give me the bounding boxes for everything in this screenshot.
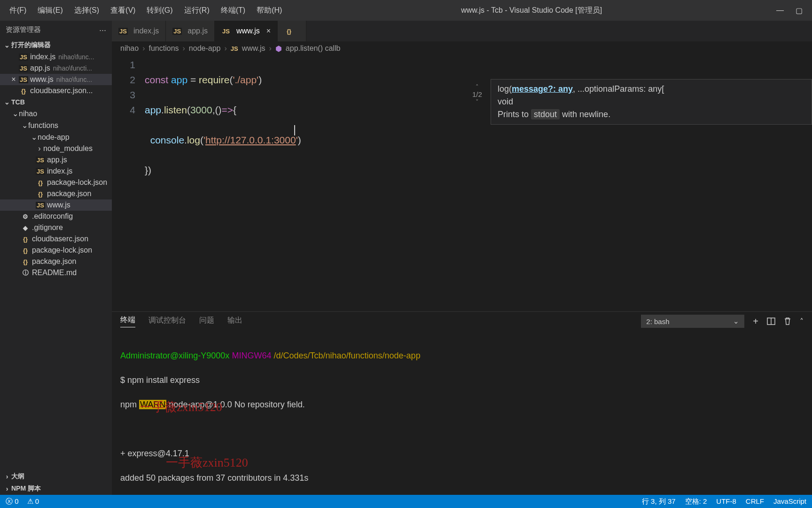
file-path-hint: nihao\functi... — [53, 64, 92, 72]
js-icon: JS — [231, 45, 238, 52]
terminal-selector[interactable]: 2: bash ⌄ — [641, 315, 744, 328]
trash-icon[interactable] — [784, 317, 791, 325]
section-outline[interactable]: › 大纲 — [0, 470, 112, 483]
file-name: app.js — [47, 156, 67, 164]
menu-selection[interactable]: 选择(S) — [69, 0, 105, 21]
tab-label: www.js — [236, 27, 260, 35]
editor-tab[interactable]: JS www.js × — [215, 21, 278, 41]
signature-description: Prints to stdout with newline. — [498, 110, 805, 119]
watermark: 一手薇zxin5120 — [166, 457, 248, 469]
status-line-col[interactable]: 行 3, 列 37 — [642, 497, 676, 506]
section-tcb[interactable]: ⌄ TCB — [0, 96, 112, 108]
chevron-down-icon[interactable]: ˅ — [476, 98, 479, 105]
open-editor-item[interactable]: × {} cloudbaserc.json... — [0, 85, 112, 96]
tree-file[interactable]: ⚙.editorconfig — [0, 211, 112, 222]
json-icon: {} — [284, 28, 294, 35]
file-type-icon: JS — [36, 157, 45, 164]
explorer-header: 资源管理器 ⋯ — [0, 21, 112, 39]
status-indent[interactable]: 空格: 2 — [685, 497, 707, 506]
panel-tabs: 终端 调试控制台 问题 输出 2: bash ⌄ + — [112, 312, 812, 331]
file-type-icon: {} — [21, 247, 30, 254]
status-language[interactable]: JavaScript — [773, 497, 806, 506]
tree-file[interactable]: ⓘREADME.md — [0, 267, 112, 278]
new-terminal-icon[interactable]: + — [753, 316, 758, 327]
tree-file[interactable]: {}package.json — [0, 188, 112, 199]
tab-terminal[interactable]: 终端 — [120, 315, 135, 327]
tree-folder[interactable]: ⌄functions — [0, 119, 112, 131]
tree-file[interactable]: {}package-lock.json — [0, 177, 112, 188]
split-terminal-icon[interactable] — [767, 317, 775, 325]
chevron-down-icon: ⌄ — [30, 133, 38, 142]
menu-run[interactable]: 运行(R) — [179, 0, 215, 21]
file-type-icon: ⚙ — [21, 213, 30, 220]
section-open-editors[interactable]: ⌄ 打开的编辑器 — [0, 39, 112, 51]
menu-view[interactable]: 查看(V) — [105, 0, 141, 21]
open-editor-item[interactable]: × JS app.js nihao\functi... — [0, 63, 112, 74]
file-type-icon: ⓘ — [21, 269, 30, 277]
breadcrumb-item[interactable]: nihao — [120, 44, 139, 53]
status-bar: ⓧ 0 ⚠ 0 行 3, 列 37 空格: 2 UTF-8 CRLF JavaS… — [0, 495, 812, 508]
chevron-up-icon[interactable]: ˄ — [476, 83, 479, 90]
folder-name: node-app — [38, 133, 70, 142]
menu-edit[interactable]: 编辑(E) — [32, 0, 68, 21]
breadcrumb-item[interactable]: node-app — [189, 44, 221, 53]
open-editor-item[interactable]: × JS www.js nihao\func... — [0, 74, 112, 85]
close-icon[interactable]: × — [266, 27, 271, 35]
breadcrumb-item[interactable]: functions — [148, 44, 179, 53]
editor-tab[interactable]: JS app.js — [166, 21, 215, 41]
more-icon[interactable]: ⋯ — [99, 26, 106, 34]
status-encoding[interactable]: UTF-8 — [716, 497, 736, 506]
tree-folder[interactable]: ⌄node-app — [0, 131, 112, 143]
tree-folder[interactable]: ›node_modules — [0, 143, 112, 154]
editor-tab[interactable]: JS index.js — [112, 21, 166, 41]
js-icon: JS — [19, 76, 28, 83]
tree-file[interactable]: {}cloudbaserc.json — [0, 233, 112, 245]
chevron-down-icon: ⌄ — [21, 121, 28, 130]
file-type-icon: {} — [36, 179, 45, 186]
bottom-panel: 终端 调试控制台 问题 输出 2: bash ⌄ + — [112, 311, 812, 495]
signature-counter: 1/2 — [472, 90, 482, 98]
section-npm-scripts[interactable]: › NPM 脚本 — [0, 483, 112, 495]
chevron-down-icon: ⌄ — [11, 109, 19, 118]
tree-folder[interactable]: ⌄nihao — [0, 108, 112, 119]
menu-help[interactable]: 帮助(H) — [251, 0, 288, 21]
status-warnings[interactable]: ⚠ 0 — [27, 497, 39, 506]
open-editor-item[interactable]: × JS index.js nihao\func... — [0, 51, 112, 63]
explorer-title: 资源管理器 — [6, 25, 41, 34]
menu-file[interactable]: 件(F) — [4, 0, 32, 21]
tab-output[interactable]: 输出 — [227, 316, 242, 327]
file-type-icon: ◆ — [21, 224, 30, 231]
tab-problems[interactable]: 问题 — [199, 316, 214, 327]
signature-help-tooltip: ˄ 1/2 ˅ log(message?: any, ...optionalPa… — [491, 79, 812, 125]
tree-file[interactable]: {}package-lock.json — [0, 245, 112, 256]
maximize-icon[interactable]: ▢ — [794, 6, 804, 15]
file-name: app.js — [30, 64, 50, 72]
file-type-icon: JS — [36, 168, 45, 175]
file-name: package-lock.json — [32, 246, 92, 254]
tab-debug-console[interactable]: 调试控制台 — [148, 316, 186, 327]
menubar: 件(F) 编辑(E) 选择(S) 查看(V) 转到(G) 运行(R) 终端(T)… — [0, 0, 812, 21]
file-path-hint: nihao\func... — [58, 53, 94, 61]
minimize-icon[interactable]: — — [775, 6, 785, 15]
file-name: package-lock.json — [47, 178, 107, 187]
menu-terminal[interactable]: 终端(T) — [215, 0, 251, 21]
menu-go[interactable]: 转到(G) — [141, 0, 178, 21]
status-errors[interactable]: ⓧ 0 — [6, 497, 19, 506]
breadcrumb-item[interactable]: app.listen() callb — [286, 44, 341, 53]
tree-file[interactable]: JSwww.js — [0, 199, 112, 211]
tree-file[interactable]: JSapp.js — [0, 154, 112, 166]
chevron-up-icon[interactable]: ˄ — [800, 317, 804, 326]
breadcrumb[interactable]: nihao› functions› node-app› JS www.js› ⬢… — [112, 41, 812, 56]
tree-file[interactable]: ◆.gitignore — [0, 222, 112, 233]
file-name: cloudbaserc.json — [32, 235, 88, 243]
file-name: README.md — [32, 269, 77, 277]
editor-tab[interactable]: {} — [278, 21, 306, 41]
tree-file[interactable]: {}package.json — [0, 256, 112, 267]
chevron-down-icon: ⌄ — [3, 98, 11, 106]
breadcrumb-item[interactable]: www.js — [242, 44, 265, 53]
terminal-body[interactable]: Administrator@xiling-Y9000x MINGW64 /d/C… — [112, 331, 812, 495]
status-eol[interactable]: CRLF — [746, 497, 764, 506]
tree-file[interactable]: JSindex.js — [0, 166, 112, 177]
close-icon[interactable]: × — [8, 75, 19, 84]
gutter: 1 2 3 4 — [112, 56, 145, 311]
